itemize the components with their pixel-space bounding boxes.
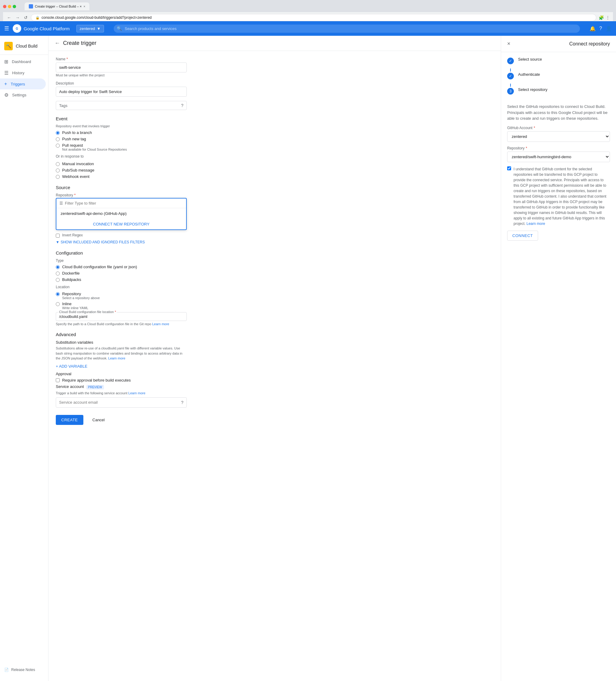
sidebar-item-dashboard[interactable]: ⊞ Dashboard xyxy=(0,56,46,67)
traffic-light-green[interactable] xyxy=(13,5,16,8)
traffic-light-red[interactable] xyxy=(3,5,6,8)
radio-buildpacks-label: Buildpacks xyxy=(62,277,81,282)
config-file-learn-more[interactable]: Learn more xyxy=(152,322,169,326)
substitution-title: Substitution variables xyxy=(56,340,187,345)
show-filters-link[interactable]: ▼ SHOW INCLUDED AND IGNORED FILES FILTER… xyxy=(56,240,187,244)
select-repo-section: Select the GitHub repositories to connec… xyxy=(501,104,616,246)
account-icon[interactable]: 👤 xyxy=(606,26,612,31)
repository-field: Repository * ☰ zentered/swift-api-demo (… xyxy=(56,193,187,230)
radio-push-branch-input[interactable] xyxy=(56,131,60,135)
approval-checkbox[interactable]: Require approval before build executes xyxy=(56,378,187,382)
back-arrow-btn[interactable]: ← xyxy=(54,40,60,46)
close-panel-btn[interactable]: × xyxy=(507,41,511,47)
radio-buildpacks-input[interactable] xyxy=(56,278,60,282)
radio-manual[interactable]: Manual invocation xyxy=(56,161,187,166)
gcp-logo: G xyxy=(13,24,21,33)
consent-checkbox[interactable]: I understand that GitHub content for the… xyxy=(507,167,610,226)
tags-field[interactable]: Tags ? xyxy=(56,101,187,110)
address-bar[interactable]: 🔒 console.cloud.google.com/cloud-build/t… xyxy=(31,14,596,21)
triggers-icon: + xyxy=(4,81,7,87)
sidebar-item-settings[interactable]: ⚙ Settings xyxy=(0,90,46,101)
radio-pubsub[interactable]: Pub/Sub message xyxy=(56,168,187,173)
tab-close-btn[interactable]: × xyxy=(83,5,85,8)
connect-button[interactable]: CONNECT xyxy=(507,231,538,241)
hamburger-menu-icon[interactable]: ☰ xyxy=(4,25,9,32)
type-label: Type xyxy=(56,258,187,263)
browser-menu-icon[interactable]: ⋮ xyxy=(606,15,610,20)
create-trigger-form: Name * Must be unique within the project… xyxy=(49,51,194,440)
approval-checkbox-input[interactable] xyxy=(56,378,60,382)
repo-search-bar: ☰ xyxy=(56,199,186,208)
description-input[interactable] xyxy=(56,87,187,97)
app-wrapper: ☰ G Google Cloud Platform zentered ▼ 🔍 🔔… xyxy=(0,23,616,681)
address-text: console.cloud.google.com/cloud-build/tri… xyxy=(42,16,152,20)
consent-checkbox-input[interactable] xyxy=(507,167,511,170)
extensions-icon[interactable]: 🧩 xyxy=(599,15,604,20)
consent-learn-more[interactable]: Learn more xyxy=(526,222,545,226)
cancel-button[interactable]: Cancel xyxy=(87,415,110,425)
radio-webhook[interactable]: Webhook event xyxy=(56,174,187,179)
notification-icon[interactable]: 🔔 xyxy=(590,26,596,31)
release-notes-icon: 📄 xyxy=(4,668,9,672)
search-input[interactable] xyxy=(114,25,580,33)
approval-title: Approval xyxy=(56,372,187,376)
repository-dropdown[interactable]: ☰ zentered/swift-api-demo (GitHub App) C… xyxy=(56,198,187,230)
traffic-light-yellow[interactable] xyxy=(8,5,11,8)
project-selector[interactable]: zentered ▼ xyxy=(76,25,104,32)
filter-icon: ☰ xyxy=(59,201,63,205)
radio-location-repository[interactable]: Repository Select a repository above xyxy=(56,292,187,300)
sidebar-label-triggers: Triggers xyxy=(10,82,25,86)
service-account-help-icon[interactable]: ? xyxy=(181,400,183,405)
radio-push-tag-input[interactable] xyxy=(56,137,60,141)
sidebar-item-history[interactable]: ☰ History xyxy=(0,67,46,78)
create-button[interactable]: CREATE xyxy=(56,415,83,425)
invert-regex-input[interactable] xyxy=(56,234,60,237)
refresh-btn[interactable]: ↺ xyxy=(23,14,28,21)
step-1-content: Select source xyxy=(518,57,610,61)
service-account-learn-more[interactable]: Learn more xyxy=(128,391,145,395)
radio-push-branch-label: Push to a branch xyxy=(62,130,92,135)
radio-location-repository-input[interactable] xyxy=(56,292,60,296)
release-notes-link[interactable]: 📄 Release Notes xyxy=(0,665,49,675)
forward-btn[interactable]: → xyxy=(15,14,21,21)
substitution-learn-more[interactable]: Learn more xyxy=(108,356,125,360)
radio-pubsub-input[interactable] xyxy=(56,169,60,173)
service-account-input[interactable] xyxy=(59,400,181,405)
tags-help-icon[interactable]: ? xyxy=(181,103,183,108)
radio-webhook-input[interactable] xyxy=(56,175,60,179)
radio-dockerfile-input[interactable] xyxy=(56,272,60,276)
tags-label: Tags xyxy=(59,103,181,108)
radio-cloudbuild-yaml[interactable]: Cloud Build configuration file (yaml or … xyxy=(56,264,187,269)
repo-filter-input[interactable] xyxy=(65,201,183,205)
back-btn[interactable]: ← xyxy=(6,14,12,21)
radio-pull-request-input[interactable] xyxy=(56,144,60,148)
browser-tab[interactable]: Create trigger – Cloud Build – × × xyxy=(25,2,90,10)
github-account-select[interactable]: zentered xyxy=(507,131,610,142)
preview-badge: PREVIEW xyxy=(87,385,104,389)
radio-location-inline[interactable]: Inline Write inline YAML xyxy=(56,302,187,310)
panel-repository-select[interactable]: zentered/swift-hummingbird-demo xyxy=(507,152,610,162)
chevron-down-icon: ▼ xyxy=(56,240,59,244)
invert-regex-checkbox[interactable]: Invert Regex xyxy=(56,233,187,237)
radio-buildpacks[interactable]: Buildpacks xyxy=(56,277,187,282)
sidebar-item-triggers[interactable]: + Triggers xyxy=(0,78,46,90)
github-account-label: GitHub Account * xyxy=(507,126,610,130)
radio-pull-request[interactable]: Pull request Not available for Cloud Sou… xyxy=(56,143,187,151)
add-variable-btn[interactable]: + ADD VARIABLE xyxy=(56,364,187,369)
radio-push-tag[interactable]: Push new tag xyxy=(56,137,187,141)
connect-new-repo-btn[interactable]: CONNECT NEW REPOSITORY xyxy=(56,219,186,229)
config-file-input[interactable] xyxy=(59,314,183,319)
radio-manual-input[interactable] xyxy=(56,162,60,166)
github-account-field: GitHub Account * zentered xyxy=(507,126,610,142)
help-icon[interactable]: ? xyxy=(599,26,602,31)
radio-push-branch[interactable]: Push to a branch xyxy=(56,130,187,135)
radio-cloudbuild-yaml-input[interactable] xyxy=(56,265,60,269)
radio-manual-label: Manual invocation xyxy=(62,161,94,166)
radio-cloudbuild-yaml-label: Cloud Build configuration file (yaml or … xyxy=(62,264,137,269)
radio-dockerfile[interactable]: Dockerfile xyxy=(56,271,187,276)
name-input[interactable] xyxy=(56,62,187,72)
radio-location-inline-input[interactable] xyxy=(56,302,60,306)
repo-option-0[interactable]: zentered/swift-api-demo (GitHub App) xyxy=(56,208,186,219)
substitution-desc: Substitutions allow re-use of a cloudbui… xyxy=(56,346,187,361)
step-select-repository: 3 Select repository xyxy=(507,87,610,95)
